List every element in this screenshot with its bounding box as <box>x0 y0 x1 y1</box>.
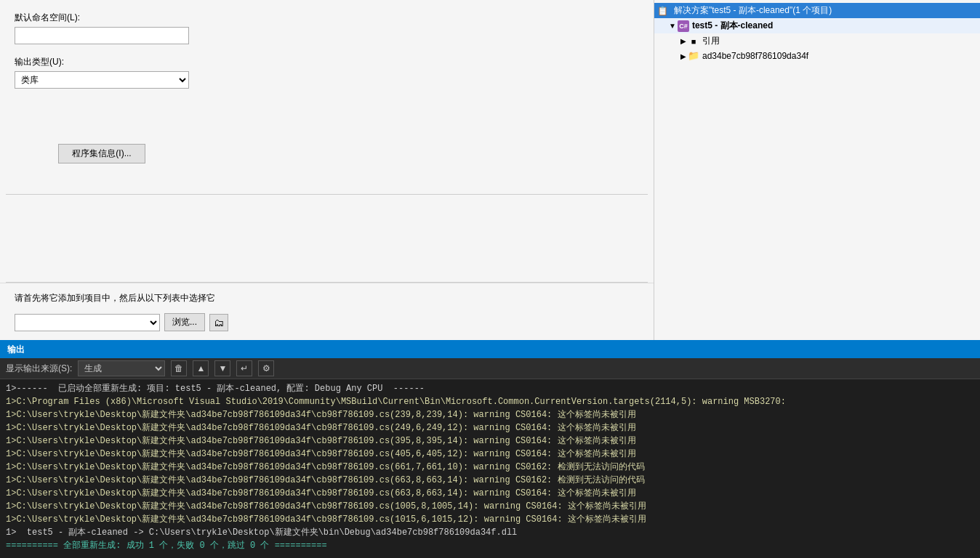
toolbar-btn-4[interactable]: ↵ <box>236 360 252 376</box>
note-text: 请首先将它添加到项目中，然后从以下列表中选择它 <box>15 292 639 304</box>
expand-arrow-file: ▶ <box>680 52 686 60</box>
solution-explorer-refs[interactable]: ▶ ■ 引用 <box>654 33 980 49</box>
toolbar-btn-2[interactable]: ▲ <box>193 360 209 376</box>
output-line: 1>C:\Users\trykle\Desktop\新建文件夹\ad34be7c… <box>6 461 974 474</box>
output-line: 1> test5 - 副本-cleaned -> C:\Users\trykle… <box>6 526 974 539</box>
output-header: 输出 <box>0 341 980 358</box>
file-label: ad34be7cb98f786109da34f <box>702 51 808 61</box>
csharp-project-icon: C# <box>678 20 689 32</box>
output-line: 1>C:\Users\trykle\Desktop\新建文件夹\ad34be7c… <box>6 408 974 421</box>
expand-arrow-refs: ▶ <box>680 37 686 45</box>
refs-icon: ■ <box>688 36 699 47</box>
output-type-select[interactable]: 类库 控制台应用程序 Windows 应用程序 <box>15 71 189 89</box>
project-name: test5 - 副本-cleaned <box>692 20 773 32</box>
project-properties-bottom: 请首先将它添加到项目中，然后从以下列表中选择它 浏览... 🗂 <box>0 283 654 340</box>
solution-explorer-file[interactable]: ▶ 📁 ad34be7cb98f786109da34f <box>654 49 980 63</box>
output-line: 1>C:\Users\trykle\Desktop\新建文件夹\ad34be7c… <box>6 500 974 513</box>
output-line: 1>C:\Users\trykle\Desktop\新建文件夹\ad34be7c… <box>6 474 974 487</box>
output-line: ========== 全部重新生成: 成功 1 个，失败 0 个，跳过 0 个 … <box>6 539 974 552</box>
browse-button[interactable]: 浏览... <box>164 313 205 331</box>
project-properties-top: 默认命名空间(L): 输出类型(U): 类库 控制台应用程序 Windows 应… <box>0 0 654 194</box>
solution-explorer: 📋 解决方案"test5 - 副本-cleaned"(1 个项目) ▼ C# t… <box>654 0 980 340</box>
namespace-group: 默认命名空间(L): <box>15 12 639 44</box>
output-line: 1>C:\Users\trykle\Desktop\新建文件夹\ad34be7c… <box>6 487 974 500</box>
browse-icon-button[interactable]: 🗂 <box>209 314 228 331</box>
browse-row: 浏览... 🗂 <box>15 313 639 331</box>
output-line: 1>C:\Users\trykle\Desktop\新建文件夹\ad34be7c… <box>6 421 974 434</box>
output-line: 1>C:\Users\trykle\Desktop\新建文件夹\ad34be7c… <box>6 513 974 526</box>
toolbar-btn-5[interactable]: ⚙ <box>258 360 274 376</box>
solution-icon: 📋 <box>657 6 668 16</box>
solution-title: 解决方案"test5 - 副本-cleaned"(1 个项目) <box>674 4 832 17</box>
namespace-label: 默认命名空间(L): <box>15 12 639 24</box>
solution-explorer-header: 📋 解决方案"test5 - 副本-cleaned"(1 个项目) <box>654 3 980 18</box>
output-type-label: 输出类型(U): <box>15 56 639 68</box>
resource-select[interactable] <box>15 314 160 331</box>
assembly-info-button[interactable]: 程序集信息(I)... <box>58 144 145 163</box>
output-panel: 输出 显示输出来源(S): 生成 调试 🗑 ▲ ▼ ↵ ⚙ 1>------ 已… <box>0 340 980 558</box>
folder-icon: 🗂 <box>214 317 224 328</box>
left-panel: 默认命名空间(L): 输出类型(U): 类库 控制台应用程序 Windows 应… <box>0 0 654 340</box>
output-content[interactable]: 1>------ 已启动全部重新生成: 项目: test5 - 副本-clean… <box>0 379 980 558</box>
refs-label: 引用 <box>702 35 720 47</box>
output-line: 1>C:\Program Files (x86)\Microsoft Visua… <box>6 395 974 408</box>
folder-brown-icon: 📁 <box>688 50 699 62</box>
output-line: 1>C:\Users\trykle\Desktop\新建文件夹\ad34be7c… <box>6 448 974 461</box>
blank-area <box>0 195 654 282</box>
output-title: 输出 <box>7 344 25 356</box>
source-label: 显示输出来源(S): <box>6 363 72 375</box>
expand-arrow-root: ▼ <box>669 22 676 30</box>
namespace-input[interactable] <box>15 27 189 44</box>
output-type-group: 输出类型(U): 类库 控制台应用程序 Windows 应用程序 <box>15 56 639 89</box>
right-panel: 📋 解决方案"test5 - 副本-cleaned"(1 个项目) ▼ C# t… <box>654 0 980 340</box>
output-line: 1>C:\Users\trykle\Desktop\新建文件夹\ad34be7c… <box>6 434 974 448</box>
toolbar-btn-1[interactable]: 🗑 <box>171 360 187 376</box>
output-line: 1>------ 已启动全部重新生成: 项目: test5 - 副本-clean… <box>6 382 974 395</box>
solution-explorer-root[interactable]: ▼ C# test5 - 副本-cleaned <box>654 18 980 33</box>
output-toolbar: 显示输出来源(S): 生成 调试 🗑 ▲ ▼ ↵ ⚙ <box>0 358 980 379</box>
output-source-select[interactable]: 生成 调试 <box>78 360 165 376</box>
toolbar-btn-3[interactable]: ▼ <box>214 360 230 376</box>
